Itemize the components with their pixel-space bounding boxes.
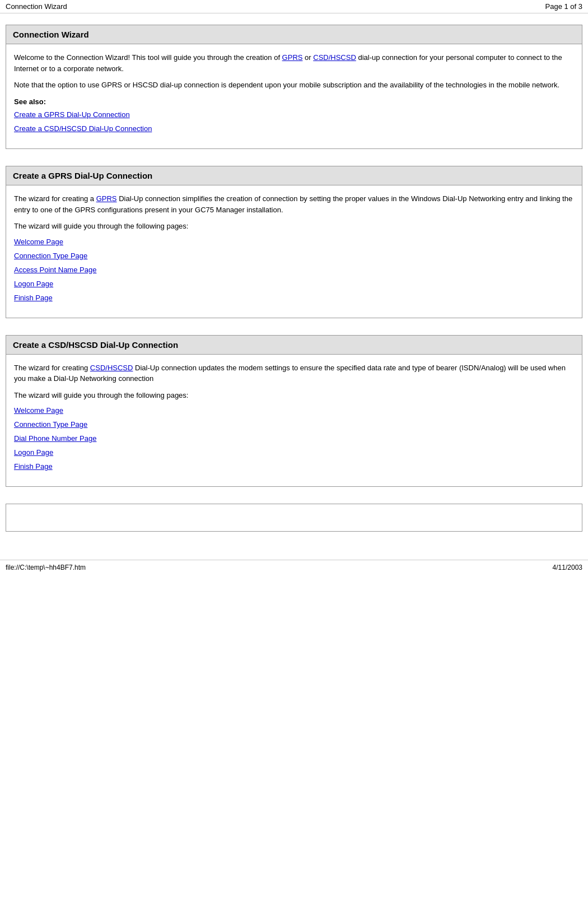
top-bar: Connection Wizard Page 1 of 3 bbox=[0, 0, 588, 13]
csd-link-connection-type[interactable]: Connection Type Page bbox=[14, 420, 574, 429]
page-info: Page 1 of 3 bbox=[545, 2, 583, 11]
intro-section-heading: Connection Wizard bbox=[6, 25, 582, 44]
intro-link2[interactable]: Create a CSD/HSCSD Dial-Up Connection bbox=[14, 124, 574, 133]
intro-section: Connection Wizard Welcome to the Connect… bbox=[6, 25, 582, 149]
gprs-link-welcome[interactable]: Welcome Page bbox=[14, 238, 574, 246]
gprs-link-access-point[interactable]: Access Point Name Page bbox=[14, 266, 574, 274]
gprs-para1: The wizard for creating a GPRS Dial-Up c… bbox=[14, 193, 574, 215]
gprs-link-finish[interactable]: Finish Page bbox=[14, 294, 574, 302]
see-also-label: See also: bbox=[14, 96, 574, 108]
app-title: Connection Wizard bbox=[6, 2, 67, 11]
file-path: file://C:\temp\~hh4BF7.htm bbox=[6, 564, 86, 571]
gprs-section-link[interactable]: GPRS bbox=[96, 194, 117, 203]
csd-section-link[interactable]: CSD/HSCSD bbox=[90, 364, 133, 372]
footer-date: 4/11/2003 bbox=[553, 564, 582, 571]
csd-para1: The wizard for creating CSD/HSCSD Dial-U… bbox=[14, 362, 574, 384]
gprs-para2: The wizard will guide you through the fo… bbox=[14, 221, 574, 232]
gprs-section: Create a GPRS Dial-Up Connection The wiz… bbox=[6, 166, 582, 318]
csd-section-heading: Create a CSD/HSCSD Dial-Up Connection bbox=[6, 336, 582, 355]
gprs-section-heading: Create a GPRS Dial-Up Connection bbox=[6, 166, 582, 185]
intro-link1[interactable]: Create a GPRS Dial-Up Connection bbox=[14, 110, 574, 119]
empty-section bbox=[6, 504, 582, 532]
intro-para2: Note that the option to use GPRS or HSCS… bbox=[14, 80, 574, 91]
csd-para2: The wizard will guide you through the fo… bbox=[14, 390, 574, 401]
csd-section: Create a CSD/HSCSD Dial-Up Connection Th… bbox=[6, 335, 582, 487]
csd-link-logon[interactable]: Logon Page bbox=[14, 448, 574, 457]
main-content: Connection Wizard Welcome to the Connect… bbox=[0, 13, 588, 548]
csd-link-finish[interactable]: Finish Page bbox=[14, 462, 574, 471]
csd-section-body: The wizard for creating CSD/HSCSD Dial-U… bbox=[6, 355, 582, 487]
gprs-links-list: Welcome Page Connection Type Page Access… bbox=[14, 238, 574, 302]
csd-link-welcome[interactable]: Welcome Page bbox=[14, 406, 574, 415]
gprs-link-logon[interactable]: Logon Page bbox=[14, 280, 574, 288]
csd-links-list: Welcome Page Connection Type Page Dial P… bbox=[14, 406, 574, 471]
footer-bar: file://C:\temp\~hh4BF7.htm 4/11/2003 bbox=[0, 560, 588, 575]
csd-inline-link[interactable]: CSD/HSCSD bbox=[313, 53, 356, 62]
intro-para1: Welcome to the Connection Wizard! This t… bbox=[14, 52, 574, 74]
intro-section-body: Welcome to the Connection Wizard! This t… bbox=[6, 44, 582, 148]
gprs-inline-link[interactable]: GPRS bbox=[282, 53, 303, 62]
gprs-section-body: The wizard for creating a GPRS Dial-Up c… bbox=[6, 185, 582, 318]
csd-link-dial-phone[interactable]: Dial Phone Number Page bbox=[14, 434, 574, 443]
gprs-link-connection-type[interactable]: Connection Type Page bbox=[14, 252, 574, 260]
